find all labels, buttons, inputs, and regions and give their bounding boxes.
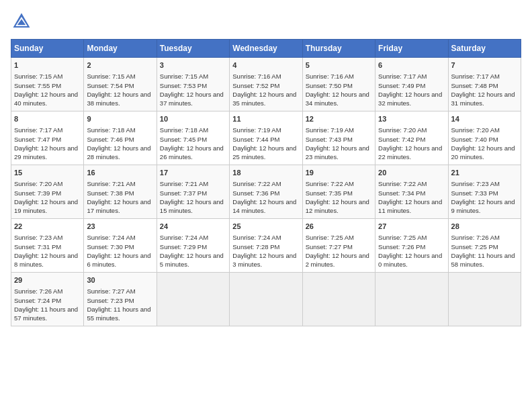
sunrise: Sunrise: 7:24 AM: [232, 234, 281, 241]
daylight: Daylight: 12 hours and 15 minutes.: [160, 198, 224, 214]
calendar-cell: 1Sunrise: 7:15 AMSunset: 7:55 PMDaylight…: [11, 58, 84, 111]
sunset: Sunset: 7:54 PM: [87, 82, 134, 89]
day-number: 6: [378, 60, 445, 71]
calendar-cell: 9Sunrise: 7:18 AMSunset: 7:46 PMDaylight…: [84, 111, 157, 165]
calendar-cell: [302, 273, 375, 326]
sunrise: Sunrise: 7:26 AM: [451, 234, 500, 241]
sunrise: Sunrise: 7:25 AM: [378, 234, 427, 241]
day-number: 21: [451, 168, 518, 178]
sunset: Sunset: 7:25 PM: [451, 243, 498, 250]
daylight: Daylight: 12 hours and 31 minutes.: [451, 91, 515, 107]
sunrise: Sunrise: 7:21 AM: [160, 180, 208, 187]
sunset: Sunset: 7:39 PM: [14, 189, 61, 197]
sunset: Sunset: 7:34 PM: [378, 189, 425, 197]
calendar-week-5: 29Sunrise: 7:26 AMSunset: 7:24 PMDayligh…: [11, 273, 521, 326]
daylight: Daylight: 12 hours and 12 minutes.: [306, 198, 369, 214]
sunrise: Sunrise: 7:17 AM: [451, 73, 500, 80]
calendar-cell: 30Sunrise: 7:27 AMSunset: 7:23 PMDayligh…: [84, 273, 157, 326]
calendar-cell: 23Sunrise: 7:24 AMSunset: 7:30 PMDayligh…: [84, 219, 157, 273]
daylight: Daylight: 12 hours and 20 minutes.: [451, 144, 515, 161]
calendar-week-2: 8Sunrise: 7:17 AMSunset: 7:47 PMDaylight…: [11, 111, 521, 165]
sunset: Sunset: 7:53 PM: [160, 82, 207, 89]
calendar-week-3: 15Sunrise: 7:20 AMSunset: 7:39 PMDayligh…: [11, 165, 521, 219]
daylight: Daylight: 12 hours and 14 minutes.: [232, 198, 296, 214]
daylight: Daylight: 12 hours and 9 minutes.: [451, 198, 515, 214]
calendar-cell: 2Sunrise: 7:15 AMSunset: 7:54 PMDaylight…: [84, 58, 157, 111]
calendar-cell: 16Sunrise: 7:21 AMSunset: 7:38 PMDayligh…: [84, 165, 157, 219]
calendar-cell: 4Sunrise: 7:16 AMSunset: 7:52 PMDaylight…: [230, 58, 302, 111]
calendar-cell: 25Sunrise: 7:24 AMSunset: 7:28 PMDayligh…: [230, 219, 302, 273]
calendar-cell: 3Sunrise: 7:15 AMSunset: 7:53 PMDaylight…: [157, 58, 229, 111]
day-number: 19: [306, 168, 372, 178]
sunset: Sunset: 7:23 PM: [87, 297, 134, 304]
sunrise: Sunrise: 7:19 AM: [232, 126, 281, 134]
sunset: Sunset: 7:27 PM: [306, 243, 353, 250]
daylight: Daylight: 12 hours and 22 minutes.: [378, 144, 442, 161]
sunrise: Sunrise: 7:16 AM: [232, 73, 281, 80]
daylight: Daylight: 12 hours and 32 minutes.: [378, 91, 442, 107]
day-header-wednesday: Wednesday: [230, 40, 302, 58]
day-number: 1: [14, 60, 81, 71]
day-number: 25: [232, 222, 299, 232]
day-number: 2: [87, 60, 153, 71]
sunrise: Sunrise: 7:17 AM: [378, 73, 427, 80]
day-number: 27: [378, 222, 445, 232]
day-number: 22: [14, 222, 81, 232]
sunrise: Sunrise: 7:19 AM: [306, 126, 354, 134]
day-number: 13: [378, 114, 445, 124]
daylight: Daylight: 12 hours and 40 minutes.: [14, 91, 78, 107]
day-number: 16: [87, 168, 153, 178]
sunset: Sunset: 7:24 PM: [14, 297, 61, 304]
calendar-cell: 17Sunrise: 7:21 AMSunset: 7:37 PMDayligh…: [157, 165, 229, 219]
sunrise: Sunrise: 7:23 AM: [14, 234, 62, 241]
sunrise: Sunrise: 7:22 AM: [378, 180, 427, 187]
daylight: Daylight: 12 hours and 17 minutes.: [87, 198, 150, 214]
calendar-table: SundayMondayTuesdayWednesdayThursdayFrid…: [11, 39, 521, 326]
calendar-cell: 28Sunrise: 7:26 AMSunset: 7:25 PMDayligh…: [448, 219, 521, 273]
sunrise: Sunrise: 7:15 AM: [87, 73, 135, 80]
calendar-cell: [448, 273, 521, 326]
daylight: Daylight: 12 hours and 19 minutes.: [14, 198, 78, 214]
daylight: Daylight: 12 hours and 29 minutes.: [14, 144, 78, 161]
day-number: 10: [160, 114, 226, 124]
sunrise: Sunrise: 7:16 AM: [306, 73, 354, 80]
sunrise: Sunrise: 7:18 AM: [87, 126, 135, 134]
sunrise: Sunrise: 7:15 AM: [14, 73, 62, 80]
calendar-cell: 18Sunrise: 7:22 AMSunset: 7:36 PMDayligh…: [230, 165, 302, 219]
calendar-cell: 20Sunrise: 7:22 AMSunset: 7:34 PMDayligh…: [375, 165, 448, 219]
day-number: 20: [378, 168, 445, 178]
calendar-cell: 24Sunrise: 7:24 AMSunset: 7:29 PMDayligh…: [157, 219, 229, 273]
daylight: Daylight: 12 hours and 26 minutes.: [160, 144, 224, 161]
calendar-cell: 14Sunrise: 7:20 AMSunset: 7:40 PMDayligh…: [448, 111, 521, 165]
sunrise: Sunrise: 7:21 AM: [87, 180, 135, 187]
calendar-cell: 22Sunrise: 7:23 AMSunset: 7:31 PMDayligh…: [11, 219, 84, 273]
sunrise: Sunrise: 7:23 AM: [451, 180, 500, 187]
sunset: Sunset: 7:47 PM: [14, 136, 61, 143]
sunset: Sunset: 7:49 PM: [378, 82, 425, 89]
day-number: 3: [160, 60, 226, 71]
daylight: Daylight: 11 hours and 55 minutes.: [87, 306, 150, 322]
sunrise: Sunrise: 7:24 AM: [160, 234, 208, 241]
sunrise: Sunrise: 7:20 AM: [451, 126, 500, 134]
calendar-cell: 29Sunrise: 7:26 AMSunset: 7:24 PMDayligh…: [11, 273, 84, 326]
calendar-cell: 26Sunrise: 7:25 AMSunset: 7:27 PMDayligh…: [302, 219, 375, 273]
daylight: Daylight: 12 hours and 35 minutes.: [232, 91, 296, 107]
day-number: 9: [87, 114, 153, 124]
day-header-saturday: Saturday: [448, 40, 521, 58]
day-number: 15: [14, 168, 81, 178]
daylight: Daylight: 12 hours and 3 minutes.: [232, 252, 296, 268]
day-number: 30: [87, 275, 153, 285]
sunrise: Sunrise: 7:15 AM: [160, 73, 208, 80]
calendar-cell: 7Sunrise: 7:17 AMSunset: 7:48 PMDaylight…: [448, 58, 521, 111]
daylight: Daylight: 12 hours and 37 minutes.: [160, 91, 224, 107]
day-header-friday: Friday: [375, 40, 448, 58]
day-number: 17: [160, 168, 226, 178]
page-header: [11, 11, 521, 32]
day-number: 5: [306, 60, 372, 71]
calendar-cell: 13Sunrise: 7:20 AMSunset: 7:42 PMDayligh…: [375, 111, 448, 165]
calendar-cell: 10Sunrise: 7:18 AMSunset: 7:45 PMDayligh…: [157, 111, 229, 165]
daylight: Daylight: 11 hours and 57 minutes.: [14, 306, 78, 322]
daylight: Daylight: 12 hours and 8 minutes.: [14, 252, 78, 268]
calendar-cell: 11Sunrise: 7:19 AMSunset: 7:44 PMDayligh…: [230, 111, 302, 165]
daylight: Daylight: 12 hours and 0 minutes.: [378, 252, 442, 268]
